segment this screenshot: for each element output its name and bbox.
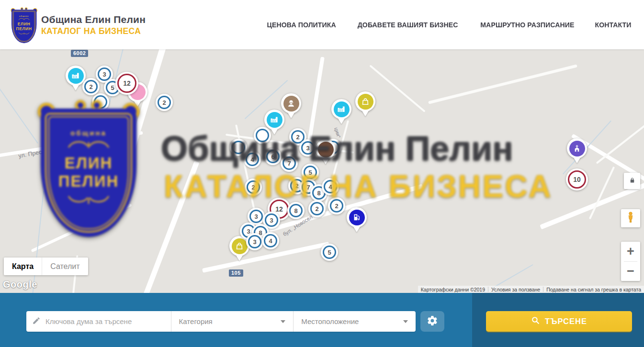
crest-name-1: ЕЛИН xyxy=(18,22,30,26)
maptype-map-button[interactable]: Карта xyxy=(4,257,42,275)
pin-fuel[interactable] xyxy=(347,207,367,227)
header: община ЕЛИН ПЕЛИН Община Елин Пелин КАТА… xyxy=(0,0,644,49)
crest-shield: община ЕЛИН ПЕЛИН xyxy=(11,10,36,43)
search-button-label: ТЪРСЕНЕ xyxy=(545,317,587,326)
cluster-marker[interactable]: 4 xyxy=(262,232,279,249)
watermark-title: Община Елин Пелин xyxy=(161,129,513,168)
location-value: Местоположение xyxy=(301,317,359,325)
pin-factory[interactable] xyxy=(264,110,284,130)
map-canvas[interactable]: 6002105ул. Преславбул. „Новоселции“32512… xyxy=(0,49,644,293)
gear-icon xyxy=(427,315,438,328)
site-subtitle: КАТАЛОГ НА БИЗНЕСА xyxy=(41,26,146,36)
pin-factory[interactable] xyxy=(331,99,351,119)
cluster-marker[interactable]: 8 xyxy=(287,202,305,219)
search-button[interactable]: ТЪРСЕНЕ xyxy=(486,311,632,332)
pegman-icon xyxy=(625,211,636,225)
category-select[interactable]: Категория xyxy=(171,311,294,332)
search-bar: Категория Местоположение ТЪРСЕНЕ xyxy=(0,293,644,347)
road-shield: 105 xyxy=(229,269,243,277)
site-title-block[interactable]: Община Елин Пелин КАТАЛОГ НА БИЗНЕСА xyxy=(41,14,146,36)
crest-name-2: ПЕЛИН xyxy=(16,26,32,31)
road-shield: 6002 xyxy=(71,50,88,57)
watermark-crest: община ЕЛИН ПЕЛИН xyxy=(41,103,136,238)
nav-route-schedule[interactable]: МАРШРУТНО РАЗПИСАНИЕ xyxy=(481,21,575,29)
cluster-marker[interactable]: 5 xyxy=(321,244,338,261)
crest-flourish xyxy=(18,32,30,35)
attribution-report-link[interactable]: Подаване на сигнал за грешка в картата xyxy=(543,286,644,293)
keyword-input[interactable] xyxy=(45,317,165,325)
site-logo[interactable]: община ЕЛИН ПЕЛИН xyxy=(11,8,38,44)
crest-flourish xyxy=(18,18,30,21)
pencil-icon xyxy=(32,316,41,327)
keyword-field[interactable] xyxy=(26,311,171,332)
page: община ЕЛИН ПЕЛИН Община Елин Пелин КАТА… xyxy=(0,0,644,347)
maptype-satellite-button[interactable]: Сателит xyxy=(42,257,88,275)
cluster-marker[interactable]: 10 xyxy=(566,168,588,190)
pegman-control[interactable] xyxy=(621,209,640,227)
cluster-marker[interactable]: 2 xyxy=(82,78,100,95)
cluster-marker[interactable]: 2 xyxy=(156,94,173,111)
search-icon xyxy=(531,316,540,327)
search-fields: Категория Местоположение xyxy=(26,311,416,332)
chevron-down-icon xyxy=(403,320,408,323)
category-value: Категория xyxy=(179,317,213,325)
zoom-control: + − xyxy=(621,242,640,281)
nav-contacts[interactable]: КОНТАКТИ xyxy=(595,21,631,29)
attribution-terms-link[interactable]: Условия за ползване xyxy=(488,286,543,293)
chevron-down-icon xyxy=(281,320,285,323)
lock-button[interactable] xyxy=(624,173,640,189)
main-nav: ЦЕНОВА ПОЛИТИКА ДОБАВЕТЕ ВАШИЯТ БИЗНЕС М… xyxy=(265,0,633,49)
nav-pricing[interactable]: ЦЕНОВА ПОЛИТИКА xyxy=(267,21,336,29)
site-title: Община Елин Пелин xyxy=(41,14,146,25)
map-attribution: Картографски данни ©2019 Условия за полз… xyxy=(418,286,644,293)
crest-word: община xyxy=(19,15,29,17)
pin-church[interactable] xyxy=(567,138,587,158)
municipality-crest: община ЕЛИН ПЕЛИН xyxy=(11,8,36,44)
zoom-in-button[interactable]: + xyxy=(621,242,640,261)
lock-icon xyxy=(629,177,636,186)
pin-worker[interactable] xyxy=(281,93,301,113)
cluster-marker[interactable]: 3 xyxy=(246,233,263,250)
google-logo[interactable]: Google xyxy=(3,279,37,290)
maptype-control: Карта Сателит xyxy=(4,257,88,275)
watermark-subtitle: КАТАЛОГ НА БИЗНЕСА xyxy=(164,168,553,204)
nav-add-business[interactable]: ДОБАВЕТЕ ВАШИЯТ БИЗНЕС xyxy=(358,21,458,29)
advanced-settings-button[interactable] xyxy=(420,311,444,332)
pin-bag[interactable] xyxy=(355,91,375,112)
cluster-marker[interactable]: 12 xyxy=(115,72,138,95)
attribution-copyright: Картографски данни ©2019 xyxy=(418,286,488,293)
zoom-out-button[interactable]: − xyxy=(621,262,640,281)
location-select[interactable]: Местоположение xyxy=(294,311,416,332)
